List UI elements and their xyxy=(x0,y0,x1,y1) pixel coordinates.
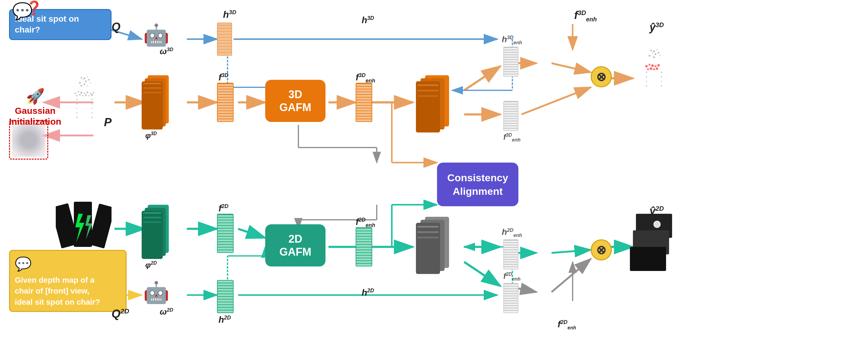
svg-point-121 xyxy=(653,68,655,70)
gaussian-init-label: 🚀 GaussianInitialization xyxy=(9,87,61,127)
encoder-2d: φ2D xyxy=(142,202,175,260)
svg-rect-102 xyxy=(417,84,438,86)
svg-point-107 xyxy=(650,50,652,52)
svg-point-124 xyxy=(646,76,647,77)
svg-line-43 xyxy=(238,229,265,238)
svg-rect-139 xyxy=(143,212,161,214)
h3d-enh-vector: h3Denh xyxy=(503,47,518,77)
f3d-enh-vector: f3Denh xyxy=(355,83,372,122)
speech-bubble-bottom: 💬 Given depth map of achair of [front] v… xyxy=(9,250,127,312)
svg-point-109 xyxy=(652,52,653,53)
svg-point-62 xyxy=(85,80,87,82)
svg-point-65 xyxy=(79,82,81,84)
f3d-label: f3D xyxy=(218,72,228,82)
f3d-enh-top-label: f3Denh xyxy=(574,9,597,23)
svg-rect-98 xyxy=(143,92,161,93)
svg-point-130 xyxy=(661,85,662,87)
svg-point-78 xyxy=(79,94,81,96)
omega-3d-label: ω3D xyxy=(160,47,173,56)
svg-point-122 xyxy=(656,67,658,70)
svg-rect-145 xyxy=(417,226,438,228)
svg-rect-140 xyxy=(143,217,161,218)
h3d-vector-top xyxy=(217,23,232,56)
gafm-2d-box: 2D GAFM xyxy=(265,224,326,266)
svg-line-53 xyxy=(552,63,591,72)
svg-point-69 xyxy=(81,85,82,87)
label-Q2D: Q2D xyxy=(112,307,129,320)
svg-rect-144 xyxy=(416,223,440,274)
f2d-final-vector: f2Denh xyxy=(503,283,518,313)
svg-point-75 xyxy=(90,93,91,94)
h3d-long-label: h3D xyxy=(362,15,374,25)
phi-2d-label: φ2D xyxy=(145,260,157,270)
h3d-label-top: h3D xyxy=(223,9,236,20)
svg-point-77 xyxy=(76,95,78,97)
svg-rect-96 xyxy=(143,83,161,84)
svg-point-72 xyxy=(81,92,82,94)
question-icon-top: ❓ xyxy=(26,0,42,16)
output-3d-cloud xyxy=(630,42,678,104)
multiview-image-I xyxy=(56,199,112,256)
svg-point-88 xyxy=(91,99,93,100)
svg-point-128 xyxy=(661,76,662,77)
svg-point-113 xyxy=(653,56,655,58)
svg-point-116 xyxy=(651,64,654,67)
arrows-overlay xyxy=(0,0,868,364)
svg-point-92 xyxy=(91,117,93,118)
svg-rect-97 xyxy=(143,87,161,89)
label-Q: Q xyxy=(112,21,121,33)
svg-point-64 xyxy=(88,79,90,81)
svg-point-123 xyxy=(646,72,647,73)
f2d-final-label: f2Denh xyxy=(503,272,521,282)
f3d-vector: f3D xyxy=(217,83,234,122)
svg-point-118 xyxy=(657,64,660,67)
output-2d-maps xyxy=(630,214,678,275)
svg-point-126 xyxy=(646,85,647,87)
svg-point-82 xyxy=(91,94,93,96)
bubble-bottom-text: Given depth map of achair of [front] vie… xyxy=(15,275,100,306)
svg-rect-103 xyxy=(417,90,438,92)
svg-point-108 xyxy=(655,53,656,55)
svg-point-125 xyxy=(646,81,647,82)
decoder-2d xyxy=(416,214,455,275)
svg-point-89 xyxy=(91,103,93,104)
svg-point-87 xyxy=(76,117,78,118)
svg-point-80 xyxy=(85,94,87,96)
svg-point-111 xyxy=(649,55,650,57)
label-P: P xyxy=(104,116,112,129)
phi-3d-label: φ3D xyxy=(145,131,157,140)
svg-point-73 xyxy=(84,93,85,94)
svg-point-114 xyxy=(645,65,648,67)
consistency-alignment-box: Consistency Alignment xyxy=(437,163,518,206)
diagram-container: Ideal sit spot on chair? 💬 ❓ Q 🤖 ω3D h3D… xyxy=(0,0,868,364)
gafm-3d-box: 3D GAFM xyxy=(265,80,326,122)
h2d-enh-label: h2Denh xyxy=(502,227,522,238)
svg-point-84 xyxy=(76,103,78,104)
svg-point-120 xyxy=(650,67,652,70)
f2d-label: f2D xyxy=(218,203,228,213)
svg-point-90 xyxy=(91,108,93,109)
svg-point-68 xyxy=(87,85,88,87)
f2d-vector: f2D xyxy=(217,214,234,253)
svg-rect-150 xyxy=(630,247,666,271)
svg-point-105 xyxy=(653,50,655,52)
svg-rect-146 xyxy=(417,231,438,233)
svg-point-127 xyxy=(661,72,662,73)
svg-point-91 xyxy=(91,112,93,113)
encoder-3d: φ3D xyxy=(142,72,175,131)
svg-point-86 xyxy=(76,112,78,113)
svg-point-61 xyxy=(81,77,82,78)
svg-point-83 xyxy=(76,99,78,100)
svg-point-66 xyxy=(90,82,91,84)
decoder-3d xyxy=(416,72,455,134)
svg-point-79 xyxy=(82,95,84,96)
omega-2d-label: ω2D xyxy=(160,307,173,317)
svg-rect-104 xyxy=(417,95,438,97)
svg-point-85 xyxy=(76,108,78,109)
svg-point-115 xyxy=(649,64,651,66)
svg-line-58 xyxy=(552,259,591,292)
svg-point-110 xyxy=(658,52,659,54)
svg-point-74 xyxy=(87,92,88,93)
svg-line-56 xyxy=(552,250,591,253)
f3d-final-vector: f3Denh xyxy=(503,101,518,131)
